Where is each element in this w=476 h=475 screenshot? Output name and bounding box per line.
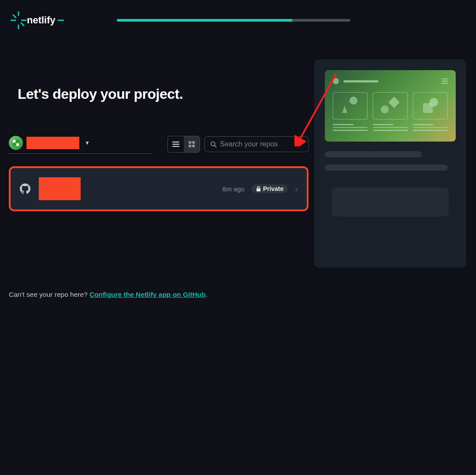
- grid-icon: [188, 141, 195, 148]
- configure-github-link[interactable]: Configure the Netlify app on GitHub: [89, 291, 206, 298]
- svg-rect-16: [189, 145, 191, 147]
- help-prefix: Can't see your repo here?: [9, 291, 89, 298]
- search-box[interactable]: [205, 136, 309, 152]
- logo-text: netlify: [27, 15, 56, 26]
- svg-rect-7: [13, 140, 15, 142]
- preview-panel: [314, 60, 466, 268]
- hamburger-icon: [442, 79, 448, 84]
- chevron-down-icon: ▼: [85, 140, 90, 146]
- avatar: [9, 136, 23, 150]
- skeleton-box: [332, 187, 449, 217]
- svg-rect-17: [192, 145, 195, 147]
- svg-point-26: [429, 98, 438, 107]
- github-icon: [19, 183, 31, 194]
- header: netlify: [0, 0, 476, 32]
- svg-rect-8: [16, 140, 19, 142]
- lock-icon: [256, 186, 261, 191]
- skeleton-line: [325, 151, 422, 157]
- progress-bar: [117, 19, 350, 22]
- repo-updated-time: 8m ago: [223, 185, 245, 193]
- svg-line-19: [215, 145, 216, 147]
- view-toggle: [167, 136, 200, 153]
- svg-rect-9: [13, 143, 15, 146]
- main-content: Let's deploy your project. ▼: [9, 60, 309, 299]
- netlify-logo: netlify: [9, 9, 64, 32]
- svg-rect-10: [16, 143, 19, 146]
- account-dropdown[interactable]: ▼: [9, 134, 152, 154]
- repo-meta: 8m ago Private ›: [223, 184, 298, 194]
- help-suffix: .: [206, 291, 208, 298]
- svg-rect-24: [388, 97, 399, 108]
- preview-illustration: [325, 70, 456, 142]
- svg-point-21: [350, 97, 357, 105]
- repo-row[interactable]: 8m ago Private ›: [9, 166, 309, 211]
- search-input[interactable]: [220, 140, 303, 148]
- progress-fill: [117, 19, 292, 22]
- svg-marker-22: [342, 106, 347, 113]
- svg-point-23: [381, 105, 389, 113]
- skeleton-line: [325, 165, 448, 171]
- page-title: Let's deploy your project.: [18, 86, 309, 102]
- visibility-badge: Private: [252, 184, 288, 193]
- svg-rect-20: [257, 188, 260, 191]
- help-text: Can't see your repo here? Configure the …: [9, 291, 309, 299]
- svg-line-4: [13, 15, 16, 18]
- search-icon: [210, 141, 216, 148]
- chevron-right-icon: ›: [295, 184, 298, 194]
- controls-row: ▼: [9, 134, 309, 154]
- list-view-button[interactable]: [168, 136, 184, 152]
- account-name-redacted: [26, 137, 79, 149]
- svg-rect-14: [189, 141, 191, 144]
- list-icon: [172, 140, 180, 148]
- grid-view-button[interactable]: [184, 136, 200, 152]
- svg-rect-15: [192, 141, 195, 144]
- repo-name-redacted: [39, 177, 81, 200]
- svg-line-5: [21, 23, 24, 26]
- badge-label: Private: [263, 185, 284, 192]
